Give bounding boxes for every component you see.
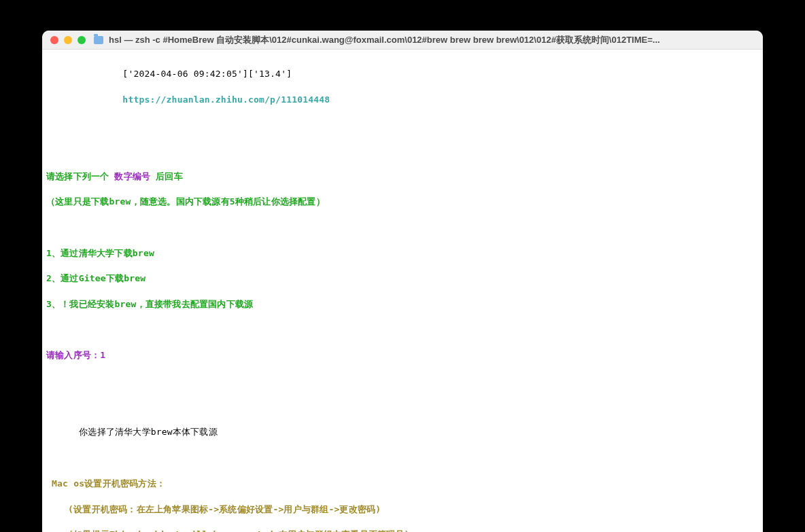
mac-title: Mac os设置开机密码方法： xyxy=(46,478,759,491)
terminal-body[interactable]: ['2024-04-06 09:42:05']['13.4'] https://… xyxy=(42,50,763,532)
mac-line-1: (设置开机密码：在左上角苹果图标->系统偏好设置->用户与群组->更改密码) xyxy=(46,503,759,516)
folder-icon xyxy=(94,36,103,44)
maximize-icon[interactable] xyxy=(78,36,86,44)
option-2: 2、通过Gitee下载brew xyxy=(46,272,759,285)
select-prompt: 请选择下列一个 数字编号 后回车 xyxy=(46,171,759,183)
window-title: hsl — zsh -c #HomeBrew 自动安装脚本\012#cunkai… xyxy=(109,34,755,46)
url-line: https://zhuanlan.zhihu.com/p/111014448 xyxy=(46,94,759,107)
close-icon[interactable] xyxy=(50,36,58,44)
terminal-window: hsl — zsh -c #HomeBrew 自动安装脚本\012#cunkai… xyxy=(42,31,763,532)
mac-line-2: (如果提示This incident will be reported.在用户与… xyxy=(46,529,759,532)
titlebar: hsl — zsh -c #HomeBrew 自动安装脚本\012#cunkai… xyxy=(42,31,763,50)
timestamp-line: ['2024-04-06 09:42:05']['13.4'] xyxy=(46,68,759,81)
option-3: 3、！我已经安装brew，直接带我去配置国内下载源 xyxy=(46,298,759,311)
choice-result: 你选择了清华大学brew本体下载源 xyxy=(46,426,759,439)
traffic-lights xyxy=(50,36,86,44)
minimize-icon[interactable] xyxy=(64,36,72,44)
select-note: （这里只是下载brew，随意选。国内下载源有5种稍后让你选择配置） xyxy=(46,196,759,209)
option-1: 1、通过清华大学下载brew xyxy=(46,247,759,260)
input-line: 请输入序号：1 xyxy=(46,349,759,362)
